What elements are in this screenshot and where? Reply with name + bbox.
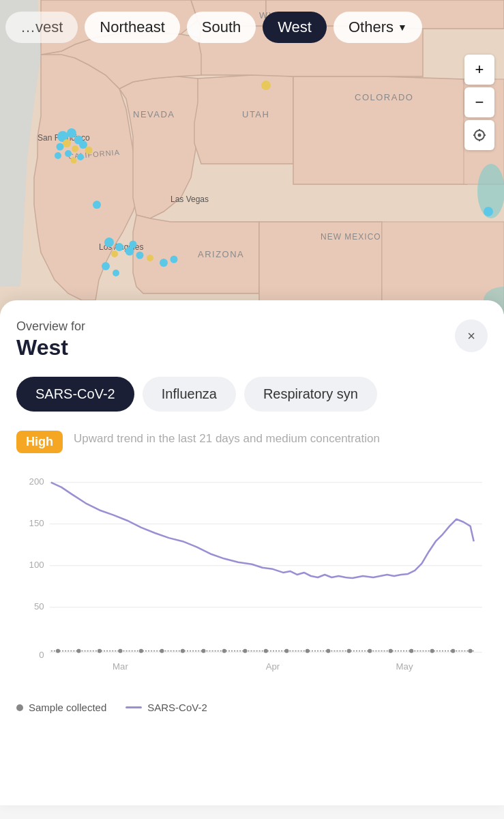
svg-point-30 [181,649,185,653]
disease-tab-sars[interactable]: SARS-CoV-2 [16,377,134,412]
svg-point-38 [347,649,351,653]
svg-point-29 [160,649,164,653]
tab-west[interactable]: West [263,12,327,43]
disease-tab-respiratory[interactable]: Respiratory syn [244,377,377,412]
data-dot [113,270,119,276]
overview-for-label: Overview for [16,319,85,334]
svg-point-35 [284,649,288,653]
disease-tabs: SARS-CoV-2 Influenza Respiratory syn [16,377,488,412]
data-dot [484,207,493,216]
svg-text:0: 0 [39,650,44,660]
disease-tab-influenza[interactable]: Influenza [143,377,236,412]
sample-dot-icon [16,704,23,711]
svg-text:50: 50 [34,601,44,612]
svg-point-25 [76,649,80,653]
svg-point-33 [243,649,247,653]
data-dot [115,243,123,251]
svg-point-37 [326,649,330,653]
svg-text:Mar: Mar [113,661,128,672]
svg-point-40 [389,649,393,653]
locate-icon [473,128,486,142]
nevada-label: NEVADA [133,109,175,119]
data-dot [147,255,153,261]
svg-point-31 [201,649,205,653]
svg-point-27 [118,649,122,653]
sars-line-icon [125,706,142,708]
status-description: Upward trend in the last 21 days and med… [74,431,380,448]
data-dot [72,145,78,152]
colorado-label: COLORADO [355,92,413,102]
svg-point-24 [56,649,60,653]
tab-bar: …vest Northeast South West Others [0,0,504,55]
chart-container: 200 150 100 50 0 Mar Apr May [16,467,488,685]
data-dot [77,154,84,160]
svg-point-42 [430,649,434,653]
data-dot [55,152,61,159]
data-dot [65,150,72,157]
svg-point-34 [264,649,268,653]
svg-text:150: 150 [29,518,44,528]
legend-sample-label: Sample collected [29,702,106,713]
svg-point-6 [478,134,481,137]
data-dot [104,238,114,247]
data-dot [160,259,168,267]
data-dot [136,252,144,259]
legend-sample-collected: Sample collected [16,702,106,713]
data-dot [71,158,77,164]
status-badge: High [16,431,63,453]
svg-text:100: 100 [29,560,44,570]
panel-header: Overview for West × [16,319,488,360]
svg-text:May: May [396,661,413,672]
data-dot [261,81,271,90]
zoom-out-button[interactable]: − [464,87,494,117]
svg-point-36 [306,649,310,653]
data-dot [85,147,93,154]
map-container: WYOMING NEVADA UTAH COLORADO CALIFORNIA … [0,0,504,314]
svg-point-41 [409,649,413,653]
data-dot [171,256,178,263]
chart-svg: 200 150 100 50 0 Mar Apr May [16,467,488,685]
tab-south[interactable]: South [187,12,256,43]
locate-button[interactable] [464,120,494,150]
map-controls: + − [464,55,494,150]
data-dot [63,139,71,147]
data-dot [130,241,137,248]
data-dot [111,250,118,257]
svg-point-43 [451,649,455,653]
svg-point-28 [139,649,143,653]
data-dot [102,262,110,270]
data-dot [57,143,64,151]
new-mexico-label: NEW MEXICO [321,232,381,243]
overview-text: Overview for West [16,319,85,360]
las-vegas-label: Las Vegas [171,195,209,204]
tab-northeast[interactable]: Northeast [85,12,179,43]
utah-label: UTAH [242,109,269,119]
arizona-label: ARIZONA [198,249,244,259]
svg-point-44 [469,649,473,653]
chart-legend: Sample collected SARS-CoV-2 [16,696,488,713]
svg-point-26 [98,649,102,653]
tab-west-partial[interactable]: …vest [5,12,78,43]
tab-others[interactable]: Others [333,12,422,43]
svg-text:200: 200 [29,476,44,487]
data-dot [93,201,101,209]
svg-point-39 [368,649,372,653]
bottom-panel: Overview for West × SARS-CoV-2 Influenza… [0,300,504,805]
zoom-in-button[interactable]: + [464,55,494,85]
svg-point-32 [222,649,226,653]
overview-region: West [16,335,85,360]
svg-text:Apr: Apr [266,661,280,672]
legend-sars-label: SARS-CoV-2 [147,702,207,713]
close-button[interactable]: × [455,319,488,352]
legend-sars-cov2: SARS-CoV-2 [125,702,207,713]
status-row: High Upward trend in the last 21 days an… [16,431,488,453]
